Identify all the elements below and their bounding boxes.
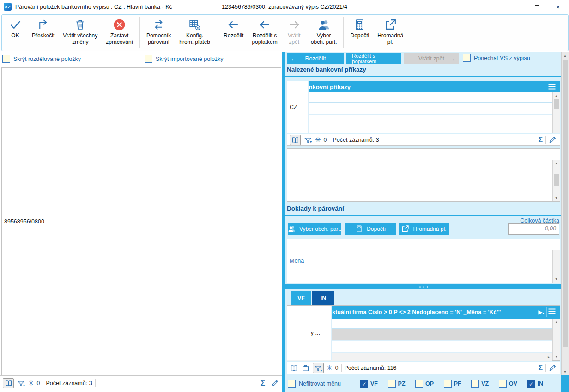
checkbox-icon[interactable] — [463, 54, 471, 62]
sum-icon[interactable]: Σ — [538, 364, 543, 372]
freeze-icon[interactable]: ✳ — [315, 136, 321, 144]
toolbar-separator — [139, 17, 140, 48]
tab-in[interactable]: IN — [312, 291, 334, 305]
freeze-icon[interactable]: ✳ — [327, 364, 333, 372]
edit-icon[interactable] — [549, 364, 557, 372]
toolbar-button-label: Zastavt zpracování — [106, 32, 133, 46]
tab-vf[interactable]: VF — [291, 291, 311, 305]
total-amount-label: Celková částka — [481, 217, 559, 224]
scroll-up-icon[interactable]: ▴ — [553, 92, 560, 99]
type-filter-pz[interactable]: PZ — [388, 380, 406, 388]
table-row[interactable]: 10/2021/17Potraviny ...4 275,004 275,00 — [287, 341, 552, 353]
total-amount-input[interactable]: 0,00 — [508, 223, 559, 235]
checkbox-icon[interactable] — [499, 380, 507, 388]
sum-icon[interactable]: Σ — [260, 379, 265, 387]
nefiltrovat-menu-checkbox[interactable]: Nefiltrovat měnu — [288, 380, 341, 388]
pomocnik-parovani-button[interactable]: Pomocník párování — [142, 16, 175, 49]
menu-icon[interactable] — [547, 83, 557, 91]
scroll-down-icon[interactable]: ▾ — [553, 353, 560, 360]
table-row[interactable]: CZ117 142,5018 421,2006.09.202106.09.202… — [287, 103, 552, 115]
horizontal-splitter[interactable] — [285, 284, 562, 289]
konfig-hrom-plateb-button[interactable]: Konfig. hrom. plateb — [175, 16, 214, 49]
checkbox-icon[interactable] — [388, 380, 396, 388]
filter-icon[interactable]: ▾ — [303, 136, 312, 144]
type-filter-ov[interactable]: OV — [499, 380, 517, 388]
type-filter-op[interactable]: OP — [415, 380, 434, 388]
table-grid: Sk.TFakturaČástkaVar. sym.DodavatelPopis… — [287, 160, 552, 202]
dopocti-button[interactable]: Dopočti — [346, 16, 373, 49]
hide-split-checkbox[interactable]: Skrýt rozdělované položky — [2, 55, 81, 63]
hromadna-pl-button[interactable]: Hromadná pl. — [373, 16, 407, 49]
type-filter-vz[interactable]: VZ — [471, 380, 489, 388]
dopocti-small-button[interactable]: Dopočti — [345, 223, 396, 235]
edit-icon[interactable] — [549, 136, 557, 144]
vratit-zpet-button[interactable]: Vrátit zpět — [282, 16, 307, 49]
table-cell — [287, 149, 560, 201]
checkbox-icon[interactable]: ✓ — [360, 380, 368, 388]
scroll-down-icon[interactable]: ▾ — [553, 276, 560, 283]
vyber-obch-part-button[interactable]: Vyber obch. part. — [307, 16, 341, 49]
freeze-icon[interactable]: ✳ — [28, 379, 34, 387]
scroll-right-icon[interactable]: ▸ — [545, 354, 552, 361]
keep-vs-checkbox[interactable]: Ponechat VS z výpisu — [463, 54, 530, 62]
hide-imported-checkbox[interactable]: Skrýt importované položky — [145, 55, 224, 63]
scroll-up-icon[interactable]: ▴ — [553, 319, 560, 326]
bend-icon — [37, 18, 49, 31]
app-window: K2 Párování položek bankovního výpisu : … — [0, 0, 569, 392]
rozdelit-s-poplatkem-button[interactable]: Rozdělit s poplatkem — [248, 16, 281, 49]
panel-scrollbar[interactable]: ▴ ▾ — [561, 52, 569, 375]
edit-icon[interactable] — [271, 379, 280, 387]
scroll-down-icon[interactable]: ▾ — [562, 368, 569, 375]
vertical-scrollbar[interactable]: ▴ ▾ — [552, 319, 560, 360]
table-grid: TČíslo dFirmaPopisVar.symb.ČástkaČástka … — [287, 250, 552, 278]
record-count: Počet záznamů: 3 — [46, 380, 92, 386]
checkbox-icon[interactable] — [288, 380, 296, 388]
type-filter-pf[interactable]: PF — [444, 380, 461, 388]
play-icon[interactable]: ▶▾ — [538, 309, 544, 315]
menu-icon[interactable] — [547, 307, 557, 315]
checkbox-icon[interactable] — [2, 55, 10, 63]
aleft-icon — [259, 18, 271, 31]
type-filter-in[interactable]: ✓IN — [527, 380, 543, 388]
zastavit-zpracovani-button[interactable]: Zastavt zpracování — [102, 16, 137, 49]
maximize-button[interactable] — [526, 0, 547, 13]
vyber-obch-part-small-button[interactable]: Vyber obch. part. — [288, 223, 341, 235]
table-row[interactable]: 1PF2 117,50963VITANA — [287, 194, 552, 202]
checkbox-icon[interactable] — [471, 380, 479, 388]
vratit-vsechny-zmeny-button[interactable]: Vrátit všechny změny — [59, 16, 102, 49]
book-icon[interactable] — [290, 135, 301, 145]
table-row[interactable]: 3ΣN-3 278,70Kč06.09.2021222389568956/080… — [2, 113, 281, 125]
vertical-scrollbar[interactable]: ▾ — [552, 250, 560, 283]
rozdelit-action-button[interactable]: ← Rozdělit — [287, 53, 344, 64]
scroll-down-icon[interactable]: ▾ — [553, 194, 560, 201]
scroll-up-icon[interactable]: ▴ — [562, 52, 569, 59]
rozdelit-button[interactable]: Rozdělit — [219, 16, 248, 49]
vertical-scrollbar[interactable]: ▴ — [552, 92, 560, 133]
checkbox-icon[interactable]: ✓ — [527, 380, 535, 388]
type-filter-label: PZ — [398, 380, 406, 387]
vratit-zpet-action-button[interactable]: Vrátit zpět → — [404, 53, 459, 64]
book-icon[interactable] — [3, 378, 14, 388]
rozdelit-s-poplatkem-action-button[interactable]: ← Rozdělit s poplatkem — [346, 53, 401, 64]
book-icon[interactable] — [290, 364, 298, 372]
archive-icon[interactable] — [301, 364, 310, 372]
close-button[interactable]: × — [547, 0, 569, 13]
type-filter-vf[interactable]: ✓VF — [360, 380, 378, 388]
hromadna-pl-small-button[interactable]: Hromadná pl. — [399, 223, 449, 235]
filter-icon[interactable]: ▾ — [17, 379, 25, 387]
preskocit-button[interactable]: Přeskočit — [28, 16, 59, 49]
checkbox-icon[interactable] — [145, 55, 152, 63]
vertical-scrollbar[interactable]: ▴ ▾ — [552, 160, 560, 201]
checkbox-icon[interactable] — [415, 380, 423, 388]
sum-icon[interactable]: Σ — [538, 136, 543, 144]
checkbox-icon[interactable] — [444, 380, 452, 388]
toolbar-button-label: Vrátit zpět — [288, 32, 301, 46]
ok-button[interactable]: OK — [3, 16, 28, 49]
scroll-up-icon[interactable]: ▴ — [553, 160, 560, 167]
type-filter-label: OP — [425, 380, 434, 387]
column-header[interactable]: Měna — [287, 239, 560, 283]
type-filter-label: VZ — [481, 380, 489, 387]
filter-icon[interactable]: ▾ — [313, 363, 324, 373]
minimize-button[interactable] — [505, 0, 526, 13]
window-title: Párování položek bankovního výpisu : CZ … — [15, 4, 172, 10]
